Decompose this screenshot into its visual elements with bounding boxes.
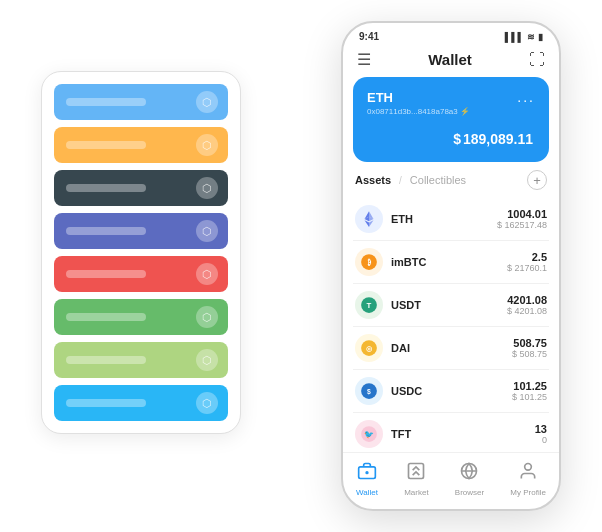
bottom-nav: Wallet Market Browser My Profile bbox=[343, 452, 559, 509]
asset-item-usdt[interactable]: T USDT 4201.08 $ 4201.08 bbox=[353, 284, 549, 327]
usdt-usd: $ 4201.08 bbox=[507, 306, 547, 316]
imbtc-name: imBTC bbox=[391, 256, 507, 268]
eth-card-header: ETH ... bbox=[367, 89, 535, 105]
back-panel: ⬡⬡⬡⬡⬡⬡⬡⬡ bbox=[41, 71, 241, 434]
asset-item-imbtc[interactable]: ₿ imBTC 2.5 $ 21760.1 bbox=[353, 241, 549, 284]
eth-icon bbox=[355, 205, 383, 233]
asset-list: ETH 1004.01 $ 162517.48 ₿ imBTC bbox=[353, 198, 549, 448]
tab-divider: / bbox=[399, 175, 402, 186]
svg-point-17 bbox=[366, 472, 368, 474]
eth-info: ETH bbox=[391, 213, 497, 225]
usdt-amount: 4201.08 bbox=[507, 294, 547, 306]
phone: 9:41 ▌▌▌ ≋ ▮ ☰ Wallet ⛶ ETH ... 0x08711d… bbox=[341, 21, 561, 511]
asset-item-tft[interactable]: 🐦 TFT 13 0 bbox=[353, 413, 549, 448]
eth-name: ETH bbox=[391, 213, 497, 225]
market-nav-icon bbox=[406, 461, 426, 486]
usdt-info: USDT bbox=[391, 299, 507, 311]
nav-profile[interactable]: My Profile bbox=[510, 461, 546, 497]
header-title: Wallet bbox=[428, 51, 472, 68]
usdc-info: USDC bbox=[391, 385, 512, 397]
dai-info: DAI bbox=[391, 342, 512, 354]
usdc-amount: 101.25 bbox=[512, 380, 547, 392]
svg-marker-5 bbox=[365, 220, 370, 227]
dai-amounts: 508.75 $ 508.75 bbox=[512, 337, 547, 359]
eth-amounts: 1004.01 $ 162517.48 bbox=[497, 208, 547, 230]
balance-value: 189,089.11 bbox=[463, 131, 533, 147]
tab-assets[interactable]: Assets bbox=[355, 174, 391, 186]
battery-icon: ▮ bbox=[538, 32, 543, 42]
tft-icon: 🐦 bbox=[355, 420, 383, 448]
assets-header: Assets / Collectibles + bbox=[353, 170, 549, 190]
back-card-4: ⬡ bbox=[54, 256, 228, 292]
svg-point-21 bbox=[525, 464, 532, 471]
asset-item-dai[interactable]: ◎ DAI 508.75 $ 508.75 bbox=[353, 327, 549, 370]
eth-card-address: 0x08711d3b...8418a78a3 ⚡ bbox=[367, 107, 535, 116]
imbtc-info: imBTC bbox=[391, 256, 507, 268]
status-icons: ▌▌▌ ≋ ▮ bbox=[505, 32, 543, 42]
add-asset-button[interactable]: + bbox=[527, 170, 547, 190]
svg-text:🐦: 🐦 bbox=[364, 429, 374, 439]
usdt-icon: T bbox=[355, 291, 383, 319]
back-card-6: ⬡ bbox=[54, 342, 228, 378]
back-card-2: ⬡ bbox=[54, 170, 228, 206]
svg-marker-4 bbox=[369, 220, 374, 227]
eth-card-name: ETH bbox=[367, 90, 393, 105]
profile-nav-label: My Profile bbox=[510, 488, 546, 497]
back-card-0: ⬡ bbox=[54, 84, 228, 120]
wallet-nav-icon bbox=[357, 461, 377, 486]
menu-icon[interactable]: ☰ bbox=[357, 50, 371, 69]
svg-text:T: T bbox=[367, 301, 372, 310]
imbtc-usd: $ 21760.1 bbox=[507, 263, 547, 273]
browser-nav-icon bbox=[459, 461, 479, 486]
assets-tabs: Assets / Collectibles bbox=[355, 174, 466, 186]
expand-icon[interactable]: ⛶ bbox=[529, 51, 545, 69]
phone-body: ETH ... 0x08711d3b...8418a78a3 ⚡ $189,08… bbox=[343, 77, 559, 448]
balance-symbol: $ bbox=[453, 131, 461, 147]
tft-amounts: 13 0 bbox=[535, 423, 547, 445]
wifi-icon: ≋ bbox=[527, 32, 535, 42]
back-card-7: ⬡ bbox=[54, 385, 228, 421]
nav-wallet[interactable]: Wallet bbox=[356, 461, 378, 497]
asset-item-eth[interactable]: ETH 1004.01 $ 162517.48 bbox=[353, 198, 549, 241]
eth-amount: 1004.01 bbox=[497, 208, 547, 220]
browser-nav-label: Browser bbox=[455, 488, 484, 497]
eth-card[interactable]: ETH ... 0x08711d3b...8418a78a3 ⚡ $189,08… bbox=[353, 77, 549, 162]
svg-text:$: $ bbox=[367, 388, 371, 396]
tft-usd: 0 bbox=[535, 435, 547, 445]
scene: ⬡⬡⬡⬡⬡⬡⬡⬡ 9:41 ▌▌▌ ≋ ▮ ☰ Wallet ⛶ ETH ... bbox=[11, 11, 591, 521]
market-nav-label: Market bbox=[404, 488, 428, 497]
wallet-nav-label: Wallet bbox=[356, 488, 378, 497]
asset-item-usdc[interactable]: $ USDC 101.25 $ 101.25 bbox=[353, 370, 549, 413]
eth-usd: $ 162517.48 bbox=[497, 220, 547, 230]
phone-header: ☰ Wallet ⛶ bbox=[343, 46, 559, 77]
back-card-5: ⬡ bbox=[54, 299, 228, 335]
usdt-amounts: 4201.08 $ 4201.08 bbox=[507, 294, 547, 316]
status-bar: 9:41 ▌▌▌ ≋ ▮ bbox=[343, 23, 559, 46]
svg-text:◎: ◎ bbox=[366, 345, 372, 352]
imbtc-amounts: 2.5 $ 21760.1 bbox=[507, 251, 547, 273]
profile-nav-icon bbox=[518, 461, 538, 486]
dai-icon: ◎ bbox=[355, 334, 383, 362]
back-card-1: ⬡ bbox=[54, 127, 228, 163]
tft-info: TFT bbox=[391, 428, 535, 440]
usdt-name: USDT bbox=[391, 299, 507, 311]
back-card-3: ⬡ bbox=[54, 213, 228, 249]
tft-name: TFT bbox=[391, 428, 535, 440]
usdc-name: USDC bbox=[391, 385, 512, 397]
usdc-icon: $ bbox=[355, 377, 383, 405]
add-icon: + bbox=[533, 173, 541, 188]
signal-icon: ▌▌▌ bbox=[505, 32, 524, 42]
imbtc-amount: 2.5 bbox=[507, 251, 547, 263]
eth-card-more[interactable]: ... bbox=[517, 89, 535, 105]
eth-card-balance: $189,089.11 bbox=[367, 124, 535, 150]
nav-market[interactable]: Market bbox=[404, 461, 428, 497]
dai-usd: $ 508.75 bbox=[512, 349, 547, 359]
tab-collectibles[interactable]: Collectibles bbox=[410, 174, 466, 186]
usdc-amounts: 101.25 $ 101.25 bbox=[512, 380, 547, 402]
dai-amount: 508.75 bbox=[512, 337, 547, 349]
usdc-usd: $ 101.25 bbox=[512, 392, 547, 402]
nav-browser[interactable]: Browser bbox=[455, 461, 484, 497]
dai-name: DAI bbox=[391, 342, 512, 354]
imbtc-icon: ₿ bbox=[355, 248, 383, 276]
tft-amount: 13 bbox=[535, 423, 547, 435]
